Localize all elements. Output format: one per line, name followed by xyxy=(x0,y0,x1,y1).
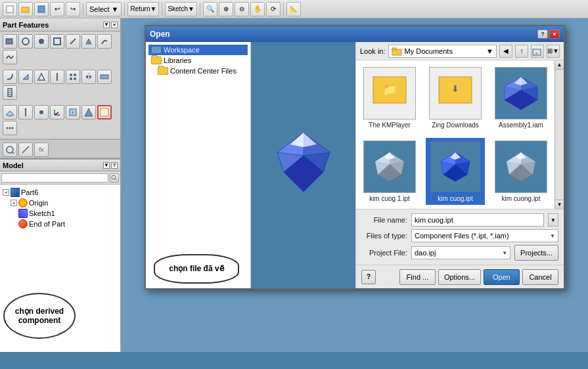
svg-rect-2 xyxy=(38,6,45,12)
formula-icon[interactable]: fx xyxy=(34,142,49,157)
file-item-kimcuong[interactable]: kim cuong.ipt xyxy=(491,138,551,205)
svg-line-39 xyxy=(12,152,14,154)
i-features-icon[interactable]: i xyxy=(66,105,80,119)
save-btn[interactable] xyxy=(34,2,49,16)
view-btn[interactable]: 📐 xyxy=(286,2,301,16)
back-btn[interactable]: ◀ xyxy=(499,45,512,58)
dialog-help-bottom-btn[interactable]: ? xyxy=(361,270,376,284)
mirror-icon[interactable] xyxy=(81,70,96,84)
part-features-header: Part Features ▼ × xyxy=(0,18,120,32)
thread-icon[interactable] xyxy=(3,85,17,100)
tree-item-part6[interactable]: + Part6 xyxy=(3,187,118,198)
sidebar-workspace[interactable]: Workspace xyxy=(148,45,248,55)
derived-icon[interactable] xyxy=(81,105,96,119)
measure-icon[interactable] xyxy=(18,142,33,157)
sketch-btn[interactable]: Sketch ▼ xyxy=(165,2,196,16)
tree-item-endpart[interactable]: End of Part xyxy=(3,219,118,229)
tree-item-sketch1[interactable]: Sketch1 xyxy=(3,208,118,219)
revolve-icon[interactable] xyxy=(18,34,33,49)
hole-icon[interactable] xyxy=(34,34,49,49)
open-btn[interactable]: Open xyxy=(484,269,520,285)
model-close-icon[interactable]: ? xyxy=(111,162,118,169)
shell-icon[interactable] xyxy=(50,34,64,49)
plane-icon[interactable] xyxy=(3,105,17,119)
face-draft-icon[interactable] xyxy=(34,70,49,84)
point-icon[interactable] xyxy=(34,105,49,119)
scroll-up-btn[interactable]: ▲ xyxy=(555,60,564,70)
new-btn[interactable] xyxy=(3,2,17,16)
axis-icon[interactable] xyxy=(18,105,33,119)
orbit-btn[interactable]: ⟳ xyxy=(266,2,281,16)
file-item-zing[interactable]: ⬇ Zing Downloads xyxy=(426,64,485,131)
sidebar-content-center[interactable]: Content Center Files xyxy=(148,66,248,76)
svg-rect-52 xyxy=(392,48,396,50)
projects-btn[interactable]: Projects... xyxy=(514,245,558,261)
svg-point-36 xyxy=(9,127,11,129)
dialog-overlay: Open ? × xyxy=(128,25,581,345)
zoom-btn[interactable]: 🔍 xyxy=(203,2,217,16)
thicken-icon[interactable] xyxy=(97,70,112,84)
filename-dropdown-btn[interactable]: ▼ xyxy=(548,213,558,227)
return-btn[interactable]: Return ▼ xyxy=(127,2,159,16)
chamfer-icon[interactable] xyxy=(18,70,33,84)
svg-rect-19 xyxy=(101,75,108,79)
main-toolbar: ↩ ↪ Select ▼ Return ▼ Sketch ▼ 🔍 ⊕ ⊖ ✋ ⟳… xyxy=(0,0,588,18)
undo-btn[interactable]: ↩ xyxy=(50,2,64,16)
zoom-in-btn[interactable]: ⊕ xyxy=(219,2,233,16)
kimcuog-label: kim cuog.ipt xyxy=(438,195,472,202)
filename-row: File name: ▼ xyxy=(361,213,558,227)
cancel-btn[interactable]: Cancel xyxy=(522,269,558,285)
pan-btn[interactable]: ✋ xyxy=(250,2,265,16)
svg-text:i: i xyxy=(72,110,74,116)
model-search-btn[interactable] xyxy=(110,173,119,183)
origin-expand[interactable]: + xyxy=(11,200,17,206)
ucs-icon[interactable] xyxy=(50,105,64,119)
rib-icon[interactable] xyxy=(66,34,80,49)
loft-icon[interactable] xyxy=(81,34,96,49)
zoom-out-btn[interactable]: ⊖ xyxy=(235,2,249,16)
file-item-assembly1[interactable]: Assembly1.iam xyxy=(491,64,551,131)
extrude-icon[interactable] xyxy=(3,34,17,49)
dialog-title-bar: Open ? × xyxy=(146,26,564,42)
svg-point-13 xyxy=(74,74,76,76)
decal-icon[interactable] xyxy=(97,105,112,119)
dialog-help-btn[interactable]: ? xyxy=(537,30,548,39)
options-btn[interactable]: Options... xyxy=(438,269,481,285)
more-icon[interactable] xyxy=(3,121,17,135)
fillet-icon[interactable] xyxy=(3,70,17,84)
dialog-sidebar: Workspace Libraries Content Center Files xyxy=(146,42,251,288)
up-btn[interactable]: ↑ xyxy=(515,45,528,58)
file-item-kimcuog1[interactable]: kim cuog 1.ipt xyxy=(360,138,419,205)
view-options-btn[interactable]: ⊞▼ xyxy=(547,45,560,58)
select-dropdown[interactable]: Select ▼ xyxy=(86,2,122,16)
split-icon[interactable] xyxy=(50,70,64,84)
project-dropdown[interactable]: dao.ipj ▼ xyxy=(411,246,510,259)
part6-expand[interactable]: + xyxy=(3,189,9,196)
dialog-close-btn[interactable]: × xyxy=(549,30,560,39)
file-item-kmplayer[interactable]: 📁 The KMPlayer xyxy=(360,64,419,131)
scroll-down-btn[interactable]: ▼ xyxy=(555,200,564,209)
filename-input[interactable] xyxy=(411,213,544,227)
look-in-dropdown[interactable]: My Documents ▼ xyxy=(388,45,497,58)
redo-btn[interactable]: ↪ xyxy=(66,2,80,16)
panel-close-icon[interactable]: × xyxy=(111,22,118,28)
libraries-folder-icon xyxy=(151,56,162,64)
pattern-icon[interactable] xyxy=(66,70,80,84)
filetype-dropdown[interactable]: Component Files (*.ipt, *.iam) ▼ xyxy=(411,229,558,242)
file-scrollbar[interactable]: ▲ ▼ xyxy=(554,60,564,209)
find-btn[interactable]: Find ... xyxy=(399,269,436,285)
sidebar-libraries-label: Libraries xyxy=(164,56,191,64)
inspect-icon[interactable] xyxy=(3,142,17,157)
dialog-form: File name: ▼ Files of type: Component Fi… xyxy=(356,209,564,265)
file-item-kimcuog[interactable]: kim cuog.ipt xyxy=(426,138,485,205)
new-folder-btn[interactable]: + xyxy=(531,45,544,58)
model-expand-icon[interactable]: ▼ xyxy=(103,162,110,169)
panel-expand-icon[interactable]: ▼ xyxy=(103,22,110,28)
coil-icon[interactable] xyxy=(3,50,17,64)
open-btn[interactable] xyxy=(18,2,33,16)
sweep-icon[interactable] xyxy=(97,34,112,49)
tree-item-origin[interactable]: + Origin xyxy=(3,198,118,208)
svg-marker-33 xyxy=(85,108,93,116)
sidebar-libraries[interactable]: Libraries xyxy=(148,55,248,66)
svg-marker-17 xyxy=(85,75,88,79)
